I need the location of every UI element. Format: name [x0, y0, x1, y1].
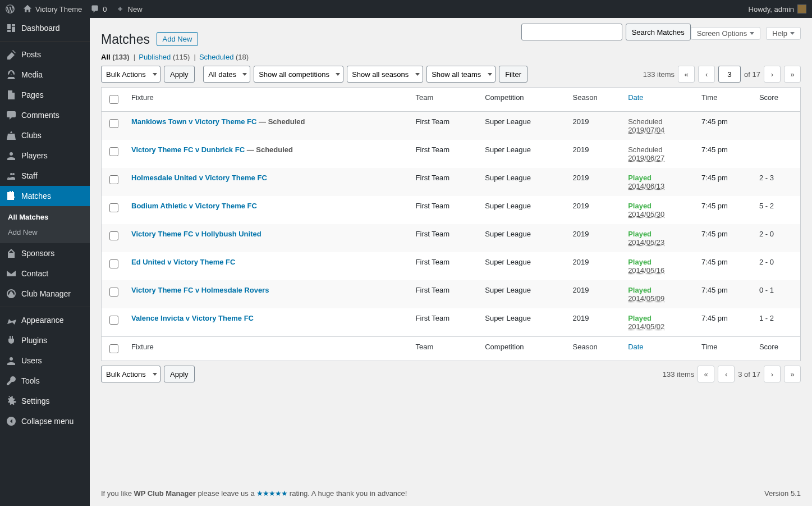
bulk-actions-select-bottom[interactable]: Bulk Actions	[101, 366, 160, 382]
col-fixture[interactable]: Fixture	[126, 88, 410, 112]
search-input[interactable]	[521, 24, 622, 40]
last-page-button[interactable]: »	[784, 66, 801, 83]
cell-competition: Super League	[479, 196, 567, 224]
sidebar-item-label: Dashboard	[21, 24, 60, 33]
sidebar-item-collapse[interactable]: Collapse menu	[0, 411, 90, 431]
fixture-link[interactable]: Valence Invicta v Victory Theme FC	[131, 314, 254, 322]
row-checkbox[interactable]	[109, 119, 118, 128]
apply-bulk-button[interactable]: Apply	[164, 66, 195, 83]
next-page-button[interactable]: ›	[764, 366, 781, 382]
fixture-link[interactable]: Victory Theme FC v Hollybush United	[131, 230, 262, 238]
sidebar-item-tools[interactable]: Tools	[0, 371, 90, 391]
posts-icon	[6, 49, 17, 60]
submenu-add-new[interactable]: Add New	[0, 225, 90, 240]
rating-stars[interactable]: ★★★★★	[256, 489, 287, 498]
sidebar-item-club-manager[interactable]: Club Manager	[0, 284, 90, 304]
items-count: 133 items	[643, 70, 675, 79]
dates-filter-select[interactable]: All dates	[203, 66, 250, 83]
help-button[interactable]: Help	[766, 27, 801, 40]
col-season[interactable]: Season	[567, 88, 623, 112]
new-content-link[interactable]: New	[116, 4, 143, 13]
sidebar-item-plugins[interactable]: Plugins	[0, 330, 90, 350]
sidebar-item-players[interactable]: Players	[0, 145, 90, 166]
sidebar-item-comments[interactable]: Comments	[0, 105, 90, 125]
sidebar-item-sponsors[interactable]: Sponsors	[0, 243, 90, 263]
col-team[interactable]: Team	[410, 88, 480, 112]
teams-filter-select[interactable]: Show all teams	[426, 66, 496, 83]
sidebar-item-matches[interactable]: Matches	[0, 186, 90, 206]
current-page-input[interactable]	[718, 66, 741, 83]
row-checkbox[interactable]	[109, 203, 118, 212]
sidebar-item-staff[interactable]: Staff	[0, 166, 90, 186]
fixture-link[interactable]: Manklows Town v Victory Theme FC	[131, 117, 256, 126]
select-all-checkbox-bottom[interactable]	[109, 344, 118, 353]
cell-team: First Team	[410, 308, 480, 336]
cell-season: 2019	[567, 196, 623, 224]
select-all-checkbox[interactable]	[109, 95, 118, 104]
account-link[interactable]: Howdy, admin	[749, 4, 806, 13]
sponsors-icon	[6, 248, 17, 259]
row-checkbox[interactable]	[109, 175, 118, 184]
sidebar-item-users[interactable]: Users	[0, 350, 90, 371]
wp-logo[interactable]	[6, 4, 15, 13]
submenu-all-matches[interactable]: All Matches	[0, 209, 90, 225]
filter-button[interactable]: Filter	[499, 66, 527, 83]
screen-options-button[interactable]: Screen Options	[691, 27, 761, 40]
footer: If you like WP Club Manager please leave…	[90, 481, 812, 506]
row-checkbox[interactable]	[109, 259, 118, 268]
col-competition[interactable]: Competition	[479, 88, 567, 112]
sidebar-item-appearance[interactable]: Appearance	[0, 310, 90, 330]
competitions-filter-select[interactable]: Show all competitions	[254, 66, 343, 83]
sidebar-item-posts[interactable]: Posts	[0, 44, 90, 65]
filter-published[interactable]: Published (115)	[139, 53, 190, 61]
bulk-actions-select[interactable]: Bulk Actions	[101, 66, 160, 83]
add-new-button[interactable]: Add New	[157, 32, 199, 46]
settings-icon	[6, 395, 17, 407]
sidebar-item-contact[interactable]: Contact	[0, 263, 90, 284]
collapse-icon	[6, 416, 17, 427]
filter-all[interactable]: All (133)	[101, 53, 130, 61]
fixture-link[interactable]: Ed United v Victory Theme FC	[131, 258, 235, 266]
apply-bulk-button-bottom[interactable]: Apply	[164, 366, 195, 382]
cell-competition: Super League	[479, 308, 567, 336]
cell-time: 7:45 pm	[696, 112, 754, 140]
row-checkbox[interactable]	[109, 231, 118, 240]
fixture-link[interactable]: Victory Theme FC v Holmesdale Rovers	[131, 286, 269, 294]
sidebar-item-label: Appearance	[21, 316, 64, 325]
fixture-link[interactable]: Holmesdale United v Victory Theme FC	[131, 174, 267, 182]
first-page-button[interactable]: «	[698, 366, 714, 382]
row-checkbox[interactable]	[109, 316, 118, 325]
prev-page-button[interactable]: ‹	[718, 366, 735, 382]
fixture-link[interactable]: Victory Theme FC v Dunbrick FC	[131, 145, 245, 154]
sidebar-item-label: Players	[21, 151, 48, 160]
table-row: Valence Invicta v Victory Theme FC First…	[102, 308, 800, 336]
col-time[interactable]: Time	[696, 88, 754, 112]
prev-page-button[interactable]: ‹	[698, 66, 715, 83]
fixture-link[interactable]: Bodium Athletic v Victory Theme FC	[131, 202, 257, 210]
sidebar-item-media[interactable]: Media	[0, 65, 90, 85]
cell-time: 7:45 pm	[696, 140, 754, 168]
first-page-button[interactable]: «	[678, 66, 695, 83]
sidebar-item-dashboard[interactable]: Dashboard	[0, 18, 90, 38]
comments-link[interactable]: 0	[90, 4, 107, 13]
seasons-filter-select[interactable]: Show all seasons	[347, 66, 423, 83]
col-score[interactable]: Score	[754, 88, 800, 112]
cell-team: First Team	[410, 252, 480, 280]
search-button[interactable]: Search Matches	[626, 24, 691, 40]
sidebar-item-pages[interactable]: Pages	[0, 85, 90, 105]
dashboard-icon	[6, 22, 17, 34]
filter-scheduled[interactable]: Scheduled (18)	[199, 53, 249, 61]
cell-team: First Team	[410, 112, 480, 140]
col-date[interactable]: Date	[622, 88, 696, 112]
of-total: of 17	[744, 70, 760, 79]
cell-team: First Team	[410, 224, 480, 252]
next-page-button[interactable]: ›	[764, 66, 781, 83]
cell-date: Scheduled2019/07/04	[622, 112, 696, 140]
row-checkbox[interactable]	[109, 147, 118, 156]
site-home-link[interactable]: Victory Theme	[23, 4, 82, 13]
version-text: Version 5.1	[764, 489, 801, 498]
last-page-button[interactable]: »	[784, 366, 801, 382]
sidebar-item-settings[interactable]: Settings	[0, 391, 90, 411]
sidebar-item-clubs[interactable]: Clubs	[0, 125, 90, 145]
row-checkbox[interactable]	[109, 288, 118, 297]
